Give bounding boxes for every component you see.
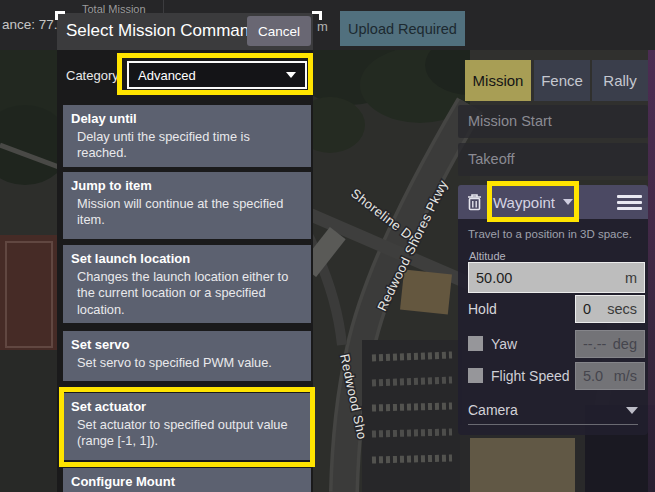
altitude-unit: m <box>625 270 637 286</box>
category-label: Category: <box>66 68 122 83</box>
waypoint-editor-panel: Travel to a position in 3D space. Altitu… <box>458 219 648 435</box>
tab-rally[interactable]: Rally <box>592 60 648 101</box>
hold-label: Hold <box>468 301 497 317</box>
chevron-down-icon <box>563 199 573 205</box>
dialog-title: Select Mission Command <box>66 21 259 41</box>
takeoff-item[interactable]: Takeoff <box>458 143 648 176</box>
cancel-button[interactable]: Cancel <box>247 16 311 46</box>
waypoint-item-header: Waypoint <box>458 185 648 219</box>
yaw-input[interactable]: --.-- deg <box>575 330 645 358</box>
command-item-set-servo[interactable]: Set servo Set servo to specified PWM val… <box>63 331 311 381</box>
screen-right-edge-strip <box>648 50 655 492</box>
command-item-jump-to-item[interactable]: Jump to item Mission will continue at th… <box>63 172 311 239</box>
hamburger-menu-icon[interactable] <box>617 192 642 213</box>
camera-section-toggle[interactable]: Camera <box>468 402 638 418</box>
distance-text-fragment: ance: 77.5 <box>2 17 65 32</box>
command-item-configure-mount[interactable]: Configure Mount <box>63 468 311 492</box>
camera-section-divider <box>468 424 638 425</box>
altitude-label: Altitude <box>469 250 506 262</box>
flight-speed-unit: m/s <box>614 368 637 384</box>
waypoint-type-dropdown[interactable]: Waypoint <box>493 194 555 211</box>
yaw-checkbox[interactable] <box>468 336 483 351</box>
yaw-label: Yaw <box>491 336 517 352</box>
camera-chevron-down-icon <box>626 407 638 414</box>
flight-speed-label: Flight Speed <box>491 368 570 384</box>
waypoint-description: Travel to a position in 3D space. <box>468 228 640 240</box>
flight-speed-input[interactable]: 5.0 m/s <box>575 362 645 390</box>
command-item-set-actuator[interactable]: Set actuator Set actuator to specified o… <box>63 393 311 460</box>
mission-start-item[interactable]: Mission Start <box>458 105 648 138</box>
altitude-input[interactable]: 50.00 m <box>468 262 645 293</box>
category-dropdown[interactable]: Advanced <box>127 61 307 89</box>
unit-text-fragment: m <box>317 19 328 34</box>
select-mission-command-dialog: Select Mission Command Cancel Category: … <box>57 13 313 492</box>
upload-required-button[interactable]: Upload Required <box>340 11 465 46</box>
qgroundcontrol-plan-screen: Shoreline Dr Redwood Shores Pkwy Redwood… <box>0 0 655 492</box>
flight-speed-checkbox[interactable] <box>468 368 483 383</box>
hold-unit: secs <box>607 301 637 317</box>
hold-input[interactable]: 0 secs <box>575 295 645 323</box>
tab-mission[interactable]: Mission <box>465 60 531 101</box>
dropdown-chevron-icon <box>286 72 296 78</box>
command-item-delay-until[interactable]: Delay until Delay unti the specified tim… <box>63 105 311 167</box>
tab-fence[interactable]: Fence <box>534 60 590 101</box>
command-item-set-launch-location[interactable]: Set launch location Changes the launch l… <box>63 245 311 323</box>
dialog-header: Select Mission Command Cancel <box>57 13 313 50</box>
yaw-unit: deg <box>613 336 637 352</box>
trash-icon[interactable] <box>465 192 484 212</box>
